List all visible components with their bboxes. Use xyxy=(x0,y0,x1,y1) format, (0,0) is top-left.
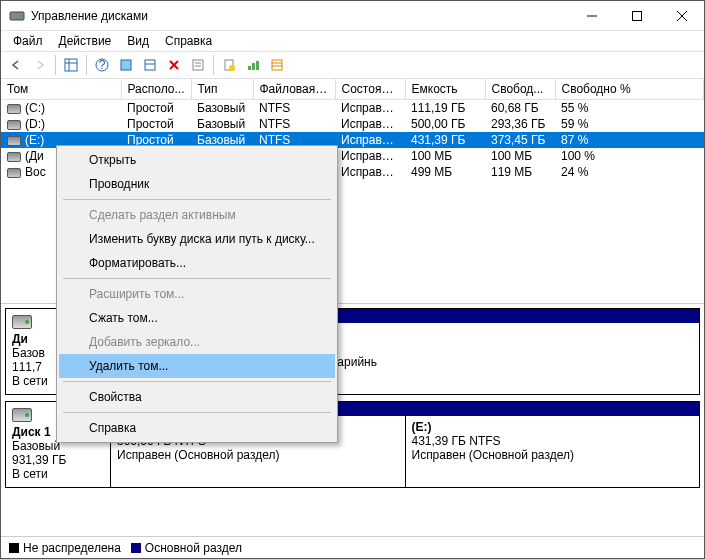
ctx-format[interactable]: Форматировать... xyxy=(59,251,335,275)
drive-icon xyxy=(7,104,21,114)
col-freepct[interactable]: Свободно % xyxy=(555,79,704,100)
legend-primary: Основной раздел xyxy=(131,541,242,555)
menu-help[interactable]: Справка xyxy=(157,32,220,50)
svg-rect-6 xyxy=(65,59,77,71)
svg-rect-21 xyxy=(248,66,251,70)
svg-rect-12 xyxy=(145,60,155,70)
svg-rect-23 xyxy=(256,61,259,70)
drive-icon xyxy=(7,136,21,146)
volume-row[interactable]: (C:)ПростойБазовыйNTFSИсправен...111,19 … xyxy=(1,100,704,117)
settings-button[interactable] xyxy=(139,54,161,76)
drive-icon xyxy=(7,120,21,130)
svg-rect-16 xyxy=(193,60,203,70)
column-headers[interactable]: Том Располо... Тип Файловая с... Состоян… xyxy=(1,79,704,100)
menu-view[interactable]: Вид xyxy=(119,32,157,50)
ctx-delete[interactable]: Удалить том... xyxy=(59,354,335,378)
partition-e[interactable]: (E:) 431,39 ГБ NTFS Исправен (Основной р… xyxy=(405,402,700,487)
close-button[interactable] xyxy=(659,1,704,31)
refresh-button[interactable] xyxy=(115,54,137,76)
ctx-explorer[interactable]: Проводник xyxy=(59,172,335,196)
svg-point-20 xyxy=(229,65,235,71)
minimize-button[interactable] xyxy=(569,1,614,31)
col-free[interactable]: Свобод... xyxy=(485,79,555,100)
col-fs[interactable]: Файловая с... xyxy=(253,79,335,100)
drive-icon xyxy=(7,152,21,162)
ctx-properties[interactable]: Свойства xyxy=(59,385,335,409)
delete-button[interactable] xyxy=(163,54,185,76)
svg-rect-24 xyxy=(272,60,282,70)
window-title: Управление дисками xyxy=(31,9,569,23)
ctx-mirror: Добавить зеркало... xyxy=(59,330,335,354)
svg-text:?: ? xyxy=(99,58,106,72)
forward-button[interactable] xyxy=(29,54,51,76)
disk-icon xyxy=(12,408,32,422)
new-button[interactable] xyxy=(218,54,240,76)
view-list-button[interactable] xyxy=(60,54,82,76)
col-status[interactable]: Состояние xyxy=(335,79,405,100)
svg-rect-3 xyxy=(632,11,641,20)
volume-row[interactable]: (D:)ПростойБазовыйNTFSИсправен...500,00 … xyxy=(1,116,704,132)
menubar: Файл Действие Вид Справка xyxy=(1,31,704,51)
ctx-open[interactable]: Открыть xyxy=(59,148,335,172)
col-volume[interactable]: Том xyxy=(1,79,121,100)
maximize-button[interactable] xyxy=(614,1,659,31)
drive-icon xyxy=(7,168,21,178)
legend: Не распределена Основной раздел xyxy=(1,536,704,558)
toolbar: ? xyxy=(1,51,704,79)
ctx-help[interactable]: Справка xyxy=(59,416,335,440)
svg-rect-11 xyxy=(121,60,131,70)
props-button[interactable] xyxy=(187,54,209,76)
svg-point-1 xyxy=(20,14,23,17)
ctx-active: Сделать раздел активным xyxy=(59,203,335,227)
ctx-extend: Расширить том... xyxy=(59,282,335,306)
menu-file[interactable]: Файл xyxy=(5,32,51,50)
menu-action[interactable]: Действие xyxy=(51,32,120,50)
legend-unallocated: Не распределена xyxy=(9,541,121,555)
chart-button[interactable] xyxy=(242,54,264,76)
svg-rect-22 xyxy=(252,63,255,70)
ctx-letter[interactable]: Изменить букву диска или путь к диску... xyxy=(59,227,335,251)
disk-icon xyxy=(12,315,32,329)
list-view-button[interactable] xyxy=(266,54,288,76)
col-type[interactable]: Тип xyxy=(191,79,253,100)
help-button[interactable]: ? xyxy=(91,54,113,76)
col-capacity[interactable]: Емкость xyxy=(405,79,485,100)
context-menu[interactable]: Открыть Проводник Сделать раздел активны… xyxy=(56,145,338,443)
titlebar: Управление дисками xyxy=(1,1,704,31)
back-button[interactable] xyxy=(5,54,27,76)
ctx-shrink[interactable]: Сжать том... xyxy=(59,306,335,330)
app-icon xyxy=(9,8,25,24)
col-layout[interactable]: Располо... xyxy=(121,79,191,100)
